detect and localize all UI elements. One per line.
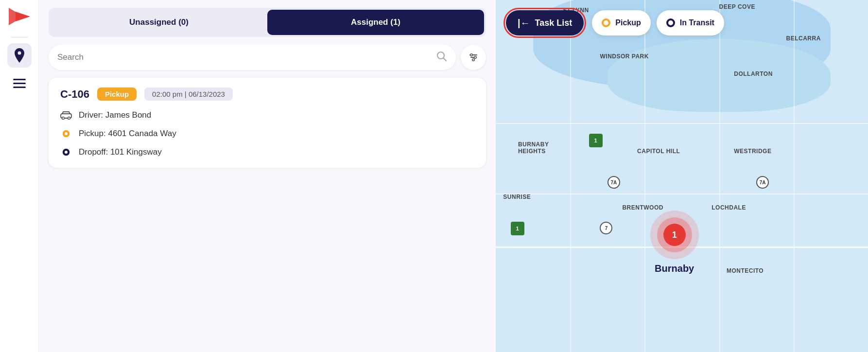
sidebar-item-location[interactable] bbox=[7, 43, 32, 68]
task-card-header: C-106 Pickup 02:00 pm | 06/13/2023 bbox=[60, 88, 474, 101]
intransit-dot-icon bbox=[666, 18, 675, 27]
sidebar-divider bbox=[11, 37, 28, 37]
task-id: C-106 bbox=[60, 88, 89, 101]
svg-point-19 bbox=[65, 151, 68, 154]
dropoff-row: Dropoff: 101 Kingsway bbox=[60, 146, 474, 158]
location-cluster: 1 Burnaby bbox=[650, 211, 699, 274]
map-filter-pickup[interactable]: Pickup bbox=[592, 10, 650, 35]
search-box[interactable] bbox=[49, 45, 456, 70]
task-list-button[interactable]: |← Task List bbox=[506, 10, 584, 35]
tab-unassigned[interactable]: Unassigned (0) bbox=[51, 10, 267, 35]
pickup-label: Pickup: 4601 Canada Way bbox=[79, 129, 176, 139]
svg-marker-1 bbox=[16, 12, 30, 21]
map-label-burnabyheights: BURNABYHEIGHTS bbox=[518, 141, 549, 155]
cluster-count-badge: 1 bbox=[663, 224, 686, 246]
map-filter-intransit[interactable]: In Transit bbox=[657, 10, 724, 35]
pickup-dot-icon bbox=[602, 18, 610, 27]
svg-point-17 bbox=[65, 132, 68, 135]
map-label-brentwood: BRENTWOOD bbox=[622, 204, 663, 211]
app-logo[interactable] bbox=[9, 8, 30, 25]
pickup-row: Pickup: 4601 Canada Way bbox=[60, 128, 474, 140]
map-label-capitolhill: CAPITOL HILL bbox=[637, 148, 680, 155]
svg-line-6 bbox=[443, 58, 446, 61]
sidebar-item-list[interactable] bbox=[7, 71, 32, 96]
tabs-container: Unassigned (0) Assigned (1) bbox=[49, 8, 486, 37]
dropoff-label: Dropoff: 101 Kingsway bbox=[79, 147, 162, 157]
badge-pickup: Pickup bbox=[97, 88, 137, 101]
driver-label: Driver: James Bond bbox=[79, 110, 151, 120]
highway-circle-7a: 7A bbox=[608, 176, 620, 189]
svg-point-12 bbox=[472, 59, 474, 61]
task-list-btn-wrapper: |← Task List bbox=[503, 8, 586, 38]
burnaby-label: Burnaby bbox=[655, 263, 694, 274]
highway-shield-1b: 1 bbox=[511, 222, 524, 235]
driver-row: Driver: James Bond bbox=[60, 109, 474, 121]
map-background: ST LYNN DEEP COVE DOLLARTON WINDSOR PARK… bbox=[496, 0, 868, 352]
svg-rect-4 bbox=[13, 87, 26, 88]
filter-button[interactable] bbox=[461, 45, 486, 70]
pickup-icon bbox=[60, 128, 72, 140]
highway-shield-1: 1 bbox=[589, 134, 603, 147]
svg-rect-2 bbox=[13, 79, 26, 80]
svg-point-14 bbox=[62, 117, 65, 120]
tab-assigned[interactable]: Assigned (1) bbox=[267, 10, 484, 35]
task-list-arrow-icon: |← bbox=[518, 18, 530, 29]
search-input[interactable] bbox=[57, 53, 432, 62]
car-icon bbox=[60, 109, 72, 121]
map-label-montecito: MONTECITO bbox=[727, 267, 764, 274]
dropoff-icon bbox=[60, 146, 72, 158]
svg-point-15 bbox=[68, 117, 70, 120]
search-icon bbox=[436, 51, 447, 64]
map-label-lochdale: LOCHDALE bbox=[712, 204, 746, 211]
svg-point-10 bbox=[470, 54, 472, 56]
task-card[interactable]: C-106 Pickup 02:00 pm | 06/13/2023 Drive… bbox=[49, 78, 486, 168]
map-label-sunrise: SUNRISE bbox=[503, 194, 531, 200]
badge-time: 02:00 pm | 06/13/2023 bbox=[144, 88, 233, 101]
task-details: Driver: James Bond Pickup: 4601 Canada W… bbox=[60, 109, 474, 158]
highway-circle-7a-2: 7A bbox=[756, 176, 769, 189]
highway-circle-7: 7 bbox=[600, 222, 612, 234]
svg-point-11 bbox=[474, 56, 476, 58]
cluster-ring-mid: 1 bbox=[657, 217, 692, 252]
left-panel: Unassigned (0) Assigned (1) bbox=[39, 0, 496, 352]
search-row bbox=[49, 45, 486, 70]
map-area: ST LYNN DEEP COVE DOLLARTON WINDSOR PARK… bbox=[496, 0, 868, 352]
sidebar bbox=[0, 0, 39, 352]
cluster-ring-outer: 1 bbox=[650, 211, 699, 259]
map-label-westridge: WESTRIDGE bbox=[734, 148, 771, 155]
svg-rect-3 bbox=[13, 83, 26, 84]
map-top-bar: |← Task List Pickup In Transit bbox=[503, 8, 860, 38]
